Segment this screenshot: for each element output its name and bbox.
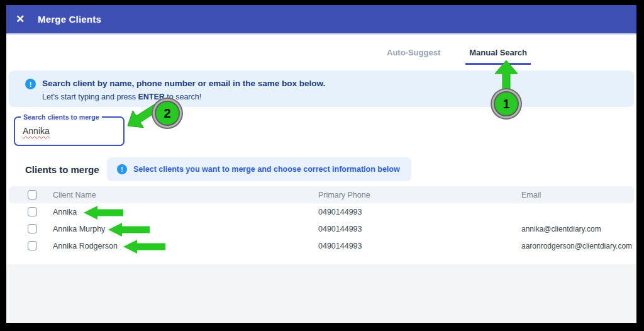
- column-header-email: Email: [521, 191, 634, 199]
- client-phone: 0490144993: [318, 225, 521, 233]
- close-icon[interactable]: ✕: [6, 13, 34, 26]
- table-row: Annika Rodgerson 0490144993 aaronrodgers…: [9, 237, 634, 254]
- client-email: aaronrodgerson@clientdiary.com: [521, 242, 634, 250]
- client-name: Annika: [53, 208, 318, 216]
- select-all-checkbox[interactable]: [28, 190, 37, 199]
- merge-clients-dialog: ✕ Merge Clients Auto-Suggest Manual Sear…: [6, 5, 636, 323]
- screenshot-frame: ✕ Merge Clients Auto-Suggest Manual Sear…: [0, 0, 644, 331]
- client-name: Annika Rodgerson: [53, 242, 318, 250]
- search-input-label: Search clients to merge: [21, 113, 102, 121]
- client-name: Annika Murphy: [53, 225, 318, 233]
- select-clients-hint: ! Select clients you want to merge and c…: [107, 157, 411, 181]
- step-1-badge: 1: [494, 91, 519, 116]
- search-mode-tabs: Auto-Suggest Manual Search: [383, 48, 531, 65]
- column-header-primary-phone: Primary Phone: [318, 191, 521, 199]
- info-icon: !: [117, 164, 127, 174]
- info-icon: !: [25, 79, 36, 89]
- clients-table-body: Annika 0490144993 Annika Murphy 04901449…: [9, 203, 634, 254]
- column-header-client-name: Client Name: [53, 191, 318, 199]
- client-phone: 0490144993: [318, 242, 521, 250]
- search-info-banner: ! Search client by name, phone number or…: [9, 70, 634, 107]
- step-2-badge: 2: [155, 101, 180, 126]
- search-input-value: Annika: [23, 126, 50, 136]
- clients-table-header: Client Name Primary Phone Email: [9, 186, 634, 203]
- banner-text: Search client by name, phone number or e…: [42, 77, 325, 107]
- bottom-zone: Preview & Resolve Conflict Please select…: [6, 264, 636, 323]
- tab-auto-suggest[interactable]: Auto-Suggest: [383, 48, 444, 65]
- banner-line2: Let's start typing and press ENTER to se…: [42, 91, 325, 103]
- dialog-title: Merge Clients: [38, 14, 101, 25]
- hint-text: Select clients you want to merge and cho…: [133, 165, 400, 174]
- table-row: Annika 0490144993: [9, 203, 634, 220]
- banner-line1: Search client by name, phone number or e…: [42, 77, 325, 91]
- row-checkbox[interactable]: [28, 207, 37, 216]
- client-phone: 0490144993: [318, 208, 521, 216]
- table-row: Annika Murphy 0490144993 annika@clientdi…: [9, 220, 634, 237]
- dialog-titlebar: ✕ Merge Clients: [6, 5, 636, 35]
- tab-manual-search[interactable]: Manual Search: [465, 48, 531, 65]
- client-email: annika@clientdiary.com: [521, 225, 634, 233]
- search-input[interactable]: Search clients to merge Annika: [14, 116, 125, 146]
- row-checkbox[interactable]: [28, 224, 37, 233]
- clients-to-merge-heading: Clients to merge: [25, 164, 99, 175]
- row-checkbox[interactable]: [28, 241, 37, 250]
